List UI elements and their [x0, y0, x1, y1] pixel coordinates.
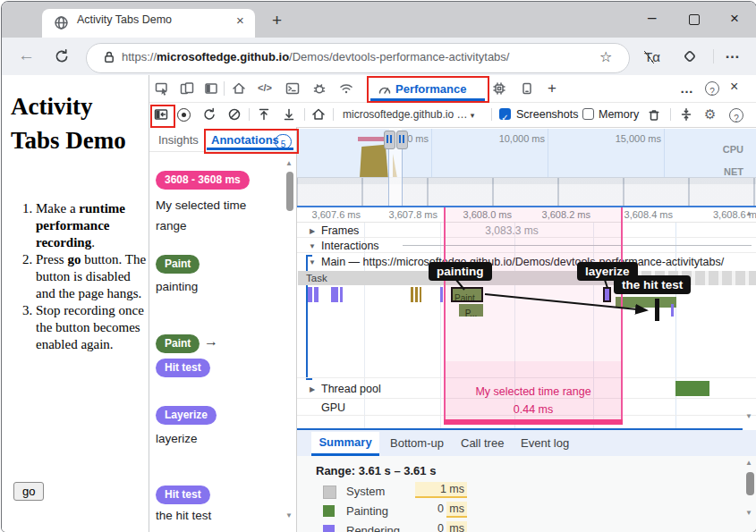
origin-dropdown[interactable]: microsoftedge.github.io … ▾ [343, 108, 474, 121]
legend-value-unit: ms [446, 521, 467, 532]
annotation-paint-badge[interactable]: Paint [156, 255, 200, 274]
handle-grip [390, 135, 392, 143]
legend-value: 0 ms [386, 522, 467, 532]
tab-bottom-up[interactable]: Bottom-up [390, 436, 444, 450]
device-emulation-icon[interactable] [180, 81, 194, 96]
legend-value: 0 ms [386, 502, 467, 515]
elements-icon[interactable]: </> [258, 82, 272, 93]
perf-divider [249, 108, 250, 121]
annotation-layerize-badge[interactable]: Layerize [156, 406, 217, 425]
memory-chip-icon[interactable] [492, 81, 506, 96]
browser-menu-icon[interactable]: … [725, 45, 741, 63]
devtools-menu-icon[interactable]: … [680, 80, 693, 96]
close-window-button[interactable]: × [730, 10, 739, 28]
tab-event-log[interactable]: Event log [521, 436, 569, 450]
question-glyph: ? [734, 114, 739, 123]
summary-range: Range: 3.61 s – 3.61 s [316, 464, 436, 477]
devtools-close-icon[interactable]: × [730, 79, 738, 95]
overview-tick: 15,000 ms [607, 133, 661, 144]
perf-divider [304, 108, 305, 121]
annotation-box-annotations-tab [204, 129, 299, 154]
read-aloud-icon[interactable]: Tα [644, 49, 660, 64]
list-item: Stop recording once the button becomes e… [36, 302, 149, 353]
home-origin-icon[interactable] [311, 107, 326, 122]
annotation-label[interactable]: layerize [156, 432, 198, 445]
annotation-label[interactable]: painting [156, 280, 198, 293]
trash-icon[interactable] [647, 107, 661, 122]
tab-title: Activity Tabs Demo [77, 13, 172, 26]
sidebar-scrollbar-thumb[interactable] [286, 172, 293, 211]
timeline-overview[interactable]: 5,000 ms 10,000 ms 15,000 ms CPU NET [297, 129, 756, 206]
legend-value-number: 0 [437, 522, 444, 532]
globe-icon [54, 15, 69, 30]
minimize-button[interactable]: – [648, 9, 656, 27]
hit-test-annotation-tooltip[interactable]: the hit test [614, 275, 691, 294]
legend-swatch-rendering [323, 525, 335, 532]
summary-scroll-up-icon[interactable]: ▲ [745, 459, 752, 467]
sidebar-scroll-up-icon[interactable]: ▲ [285, 159, 293, 167]
clear-icon[interactable] [227, 107, 242, 122]
network-conditions-icon[interactable] [339, 81, 353, 96]
bug-icon[interactable] [312, 81, 327, 96]
browser-essentials-icon[interactable] [682, 48, 698, 64]
timeline-scroll-down-icon[interactable]: ▼ [745, 412, 752, 420]
url-path: /Demos/devtools-performance-activitytabs… [289, 50, 509, 63]
console-icon[interactable] [285, 81, 300, 96]
page-pane: Activity Tabs Demo Make a runtime perfor… [2, 75, 149, 532]
overview-gridline [548, 129, 548, 177]
annotation-label[interactable]: My selected time range [156, 195, 274, 236]
screenshots-checkbox[interactable]: ✓ [499, 108, 511, 120]
annotation-link-to-badge[interactable]: Hit test [156, 359, 210, 377]
maximize-button[interactable] [689, 14, 700, 25]
filmstrip[interactable] [297, 177, 756, 206]
painting-annotation-tooltip[interactable]: painting [429, 262, 492, 281]
tab-summary[interactable]: Summary [311, 432, 379, 453]
upload-profile-icon[interactable] [257, 107, 271, 122]
annotation-link-from-badge[interactable]: Paint [156, 334, 200, 353]
check-icon: ✓ [501, 113, 508, 122]
handle-grip [403, 135, 404, 143]
screenshots-label[interactable]: Screenshots [516, 108, 578, 121]
handle-grip [386, 135, 388, 143]
legend-swatch-system [323, 486, 336, 499]
more-tabs-button[interactable]: + [548, 80, 556, 97]
browser-window: Activity Tabs Demo × + – × ← https://mic… [1, 1, 756, 532]
tab-close-icon[interactable]: × [236, 13, 244, 28]
lock-icon[interactable] [102, 50, 116, 64]
go-button[interactable]: go [13, 482, 44, 501]
summary-scroll-down-icon[interactable]: ▼ [745, 509, 752, 517]
legend-name: Painting [346, 504, 388, 518]
timeline-detail[interactable]: 3,607.6 ms 3,607.8 ms 3,608.0 ms 3,608.2… [297, 207, 756, 428]
favorite-star-icon[interactable]: ☆ [599, 48, 612, 65]
devtools-help-icon[interactable]: ? [705, 81, 719, 96]
tab-insights[interactable]: Insights [158, 133, 199, 147]
collapse-panels-icon[interactable] [679, 107, 693, 122]
selected-range-label: My selected time range [444, 385, 623, 398]
application-icon[interactable] [520, 81, 534, 96]
perf-divider [491, 108, 492, 121]
sidebar-scroll-down-icon[interactable]: ▼ [285, 511, 293, 519]
new-tab-button[interactable]: + [272, 11, 282, 30]
annotation-time-range-badge[interactable]: 3608 - 3608 ms [156, 171, 250, 190]
page-title: Activity Tabs Demo [11, 89, 145, 157]
memory-checkbox[interactable] [582, 108, 594, 120]
annotation-hittest-badge[interactable]: Hit test [156, 486, 210, 504]
timeline-scroll-up-icon[interactable]: ▲ [745, 209, 752, 217]
annotation-label[interactable]: the hit test [156, 509, 211, 522]
home-icon[interactable] [232, 81, 246, 96]
reload-icon[interactable] [54, 48, 70, 64]
activity-bar-icon[interactable] [204, 81, 218, 96]
settings-gear-icon[interactable]: ⚙ [704, 106, 716, 122]
perf-help-icon[interactable]: ? [729, 108, 743, 122]
tab-call-tree[interactable]: Call tree [461, 436, 504, 450]
list-item: Press go button. The button is disabled … [36, 251, 149, 302]
list-item: Make a runtime performance recording. [36, 200, 149, 251]
inspect-icon[interactable] [155, 81, 169, 96]
back-button[interactable]: ← [18, 46, 35, 65]
reload-record-icon[interactable] [202, 107, 217, 122]
annotation-box-sidebar-toggle [150, 105, 175, 128]
url-text[interactable]: https://microsoftedge.github.io/Demos/de… [122, 50, 509, 63]
download-profile-icon[interactable] [282, 107, 296, 122]
memory-label[interactable]: Memory [599, 108, 639, 121]
summary-scrollbar-thumb[interactable] [746, 472, 754, 495]
